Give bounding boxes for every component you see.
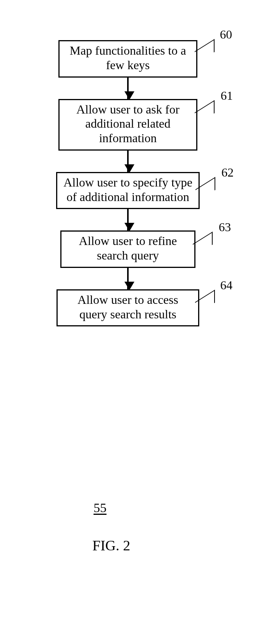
leader-line bbox=[193, 232, 213, 257]
step-box-60: Map functionalities to a few keys 60 bbox=[58, 40, 197, 78]
leader-line bbox=[195, 177, 215, 202]
arrow bbox=[44, 78, 212, 99]
flowchart: Map functionalities to a few keys 60 All… bbox=[44, 40, 212, 326]
figure-number: 55 bbox=[94, 501, 107, 515]
step-text: Allow user to specify type of additional… bbox=[63, 175, 192, 204]
figure-label: FIG. 2 bbox=[92, 537, 130, 554]
ref-label: 62 bbox=[221, 166, 234, 178]
step-text: Allow user to ask for additional related… bbox=[76, 102, 179, 145]
arrow bbox=[44, 209, 212, 230]
step-box-64: Allow user to access query search result… bbox=[56, 289, 199, 327]
leader-line bbox=[195, 290, 215, 315]
arrow bbox=[44, 151, 212, 172]
step-text: Allow user to refine search query bbox=[79, 234, 177, 262]
step-box-63: Allow user to refine search query 63 bbox=[60, 230, 195, 268]
ref-label: 63 bbox=[219, 221, 231, 233]
step-box-62: Allow user to specify type of additional… bbox=[56, 172, 200, 209]
step-text: Allow user to access query search result… bbox=[77, 293, 178, 321]
ref-label: 64 bbox=[220, 279, 232, 291]
leader-line bbox=[195, 100, 215, 125]
step-box-61: Allow user to ask for additional related… bbox=[58, 99, 197, 151]
ref-label: 61 bbox=[221, 89, 233, 102]
leader-line bbox=[195, 39, 215, 64]
ref-label: 60 bbox=[220, 28, 232, 41]
arrow bbox=[44, 268, 212, 289]
step-text: Map functionalities to a few keys bbox=[70, 44, 186, 72]
